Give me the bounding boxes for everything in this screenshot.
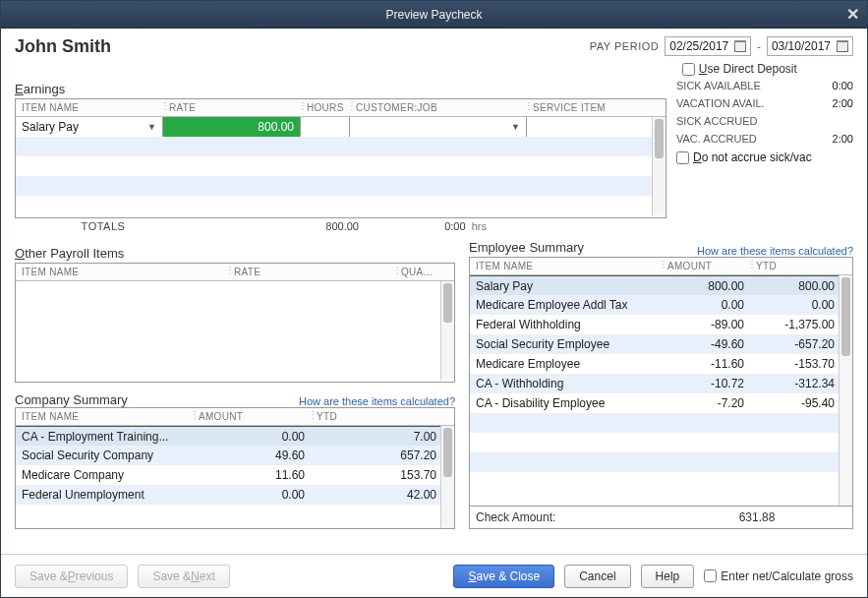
cs-scrollbar[interactable]	[440, 426, 454, 528]
es-col-item[interactable]: ITEM NAME	[470, 258, 662, 274]
opi-col-qty[interactable]: QUA...	[395, 264, 454, 280]
no-accrue-checkbox[interactable]	[676, 151, 689, 164]
content-area: John Smith PAY PERIOD 02/25/2017 - 03/10…	[1, 29, 867, 554]
empsum-row[interactable]: Medicare Employee Addl Tax0.000.00	[470, 295, 852, 315]
titlebar: Preview Paycheck ✕	[1, 1, 867, 29]
empsum-row[interactable]: Social Security Employee-49.60-657.20	[470, 334, 852, 354]
company-item-name: CA - Employment Training...	[16, 430, 193, 444]
company-row[interactable]: Federal Unemployment0.0042.00	[16, 485, 454, 505]
earnings-row-empty[interactable]	[16, 196, 665, 215]
es-col-amount[interactable]: AMOUNT	[662, 258, 750, 274]
earnings-row-empty[interactable]	[16, 156, 665, 176]
company-ytd: 7.00	[311, 430, 454, 444]
vacation-available-value: 2:00	[833, 97, 853, 109]
earnings-col-service[interactable]: SERVICE ITEM	[527, 99, 665, 116]
company-row[interactable]: CA - Employment Training...0.007.00	[16, 426, 454, 446]
earnings-col-hours[interactable]: HOURS	[301, 99, 350, 116]
opi-row-empty[interactable]	[16, 281, 454, 301]
empsum-row-empty[interactable]	[470, 413, 852, 433]
earnings-item-cell[interactable]: Salary Pay ▼	[16, 117, 163, 137]
preview-paycheck-window: Preview Paycheck ✕ John Smith PAY PERIOD…	[0, 0, 868, 598]
empsum-row[interactable]: Salary Pay800.00800.00	[470, 275, 852, 295]
save-next-button[interactable]: Save & Next	[138, 565, 229, 588]
company-amount: 49.60	[193, 448, 311, 462]
direct-deposit-checkbox[interactable]	[682, 63, 695, 76]
company-row[interactable]: Social Security Company49.60657.20	[16, 446, 454, 465]
employee-summary-header: Employee Summary	[469, 240, 584, 255]
totals-rate: 800.00	[192, 220, 388, 232]
earnings-totals: TOTALS 800.00 0:00 hrs	[15, 218, 666, 238]
pay-period-to-value: 03/10/2017	[772, 39, 831, 53]
footer: Save & Previous Save & Next Save & Close…	[1, 554, 867, 597]
empsum-row[interactable]: Medicare Employee-11.60-153.70	[470, 354, 852, 374]
company-row[interactable]: Medicare Company11.60153.70	[16, 465, 454, 485]
enter-net-checkbox[interactable]	[704, 569, 717, 582]
vacation-available-label: VACATION AVAIL.	[676, 97, 765, 109]
save-close-button[interactable]: Save & Close	[453, 565, 554, 588]
es-scrollbar[interactable]	[839, 275, 852, 506]
earnings-header: Earnings	[15, 82, 666, 96]
enter-net-label[interactable]: Enter net/Calculate gross	[721, 569, 853, 583]
empsum-row[interactable]: Federal Withholding-89.00-1,375.00	[470, 315, 852, 334]
cs-col-ytd[interactable]: YTD	[311, 408, 454, 425]
employee-name: John Smith	[15, 36, 111, 57]
company-calc-link[interactable]: How are these items calculated?	[299, 395, 455, 407]
earnings-col-item[interactable]: ITEM NAME	[16, 99, 163, 116]
calendar-icon[interactable]	[837, 40, 848, 52]
cs-col-item[interactable]: ITEM NAME	[16, 408, 193, 425]
opi-scrollbar[interactable]	[440, 281, 454, 380]
calendar-icon[interactable]	[734, 40, 746, 52]
close-icon[interactable]: ✕	[846, 5, 859, 24]
dropdown-icon[interactable]: ▼	[511, 122, 520, 132]
opi-col-item[interactable]: ITEM NAME	[16, 264, 228, 280]
save-previous-button[interactable]: Save & Previous	[15, 565, 128, 588]
pay-period-label: PAY PERIOD	[590, 40, 659, 52]
opi-col-rate[interactable]: RATE	[228, 264, 395, 280]
earnings-customer-cell[interactable]: ▼	[350, 117, 527, 137]
company-row-empty[interactable]	[16, 505, 454, 528]
cancel-button[interactable]: Cancel	[564, 565, 630, 588]
earnings-col-customer[interactable]: CUSTOMER:JOB	[350, 99, 527, 116]
empsum-row-empty[interactable]	[470, 472, 852, 492]
direct-deposit-label[interactable]: Use Direct Deposit	[699, 62, 797, 76]
empsum-amount: -7.20	[662, 396, 750, 410]
empsum-row[interactable]: CA - Withholding-10.72-312.34	[470, 374, 852, 393]
dropdown-icon[interactable]: ▼	[147, 122, 156, 132]
pay-period-to[interactable]: 03/10/2017	[767, 36, 853, 56]
earnings-col-rate[interactable]: RATE	[163, 99, 301, 116]
empsum-row[interactable]: CA - Disability Employee-7.20-95.40	[470, 393, 852, 413]
company-item-name: Federal Unemployment	[16, 488, 193, 502]
empsum-row-empty[interactable]	[470, 433, 852, 452]
earnings-row-empty[interactable]	[16, 176, 665, 196]
vacation-accrued-value: 2:00	[833, 133, 853, 145]
es-col-ytd[interactable]: YTD	[750, 258, 852, 274]
empsum-ytd: -153.70	[750, 357, 852, 371]
cs-col-amount[interactable]: AMOUNT	[193, 408, 311, 425]
earnings-scrollbar[interactable]	[652, 117, 665, 215]
empsum-item-name: CA - Disability Employee	[470, 396, 662, 410]
empsum-calc-link[interactable]: How are these items calculated?	[697, 245, 853, 257]
earnings-hours-cell[interactable]	[301, 117, 350, 137]
empsum-item-name: Federal Withholding	[470, 318, 662, 331]
empsum-amount: -10.72	[662, 377, 750, 390]
company-amount: 0.00	[193, 430, 311, 444]
other-payroll-grid: ITEM NAME RATE QUA...	[15, 263, 455, 383]
empsum-ytd: -657.20	[750, 337, 852, 351]
empsum-item-name: Salary Pay	[470, 279, 662, 293]
empsum-item-name: Medicare Employee	[470, 357, 662, 371]
earnings-row-empty[interactable]	[16, 137, 665, 156]
empsum-amount: 800.00	[662, 279, 750, 293]
no-accrue-label[interactable]: Do not accrue sick/vac	[693, 150, 812, 164]
pay-period-from[interactable]: 02/25/2017	[665, 36, 751, 56]
totals-label: TOTALS	[15, 220, 192, 232]
company-ytd: 657.20	[311, 448, 454, 462]
empsum-ytd: -95.40	[750, 396, 852, 410]
earnings-row[interactable]: Salary Pay ▼ 800.00 ▼	[16, 117, 665, 137]
earnings-rate-cell[interactable]: 800.00	[163, 117, 301, 137]
sick-accrued-label: SICK ACCRUED	[676, 115, 758, 127]
empsum-item-name: Social Security Employee	[470, 337, 662, 351]
empsum-row-empty[interactable]	[470, 452, 852, 472]
sick-available-value: 0:00	[833, 80, 853, 91]
help-button[interactable]: Help	[641, 565, 695, 588]
vacation-accrued-label: VAC. ACCRUED	[676, 133, 757, 145]
